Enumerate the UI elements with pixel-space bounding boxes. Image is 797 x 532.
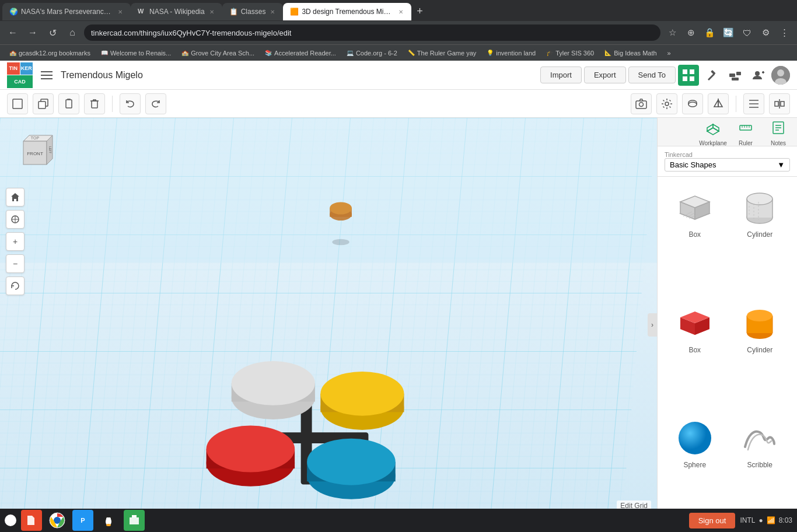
tab-bar: 🌍 NASA's Mars Perseverance Rove... ✕ W N…: [0, 0, 797, 21]
bookmark-favicon-3: 🏫: [181, 50, 188, 56]
build-mode-button[interactable]: [701, 65, 722, 86]
bookmark-favicon-1: 🏫: [9, 50, 16, 56]
shape-item-box-outline[interactable]: Box: [665, 184, 725, 295]
extension-icon-1[interactable]: ⊕: [683, 24, 699, 41]
grid-view-button[interactable]: [678, 65, 699, 86]
bookmark-ruler[interactable]: 📏 The Ruler Game yay: [403, 47, 481, 60]
svg-line-29: [663, 100, 665, 101]
taskbar-app-files[interactable]: [21, 510, 42, 531]
workplane-label: Workplane: [699, 140, 727, 146]
forward-button[interactable]: →: [25, 24, 41, 41]
hamburger-menu-icon[interactable]: [39, 67, 55, 83]
svg-point-15: [777, 69, 784, 76]
undo-button[interactable]: [120, 93, 141, 114]
import-button[interactable]: Import: [540, 66, 582, 83]
share-button[interactable]: [748, 65, 769, 86]
extension-icon-2[interactable]: 🔒: [701, 24, 718, 41]
ruler-button[interactable]: Ruler: [729, 120, 762, 146]
shape-item-box-solid[interactable]: Box: [665, 299, 725, 410]
taskbar-app-penguin[interactable]: [98, 510, 119, 531]
delete-button[interactable]: [84, 93, 105, 114]
view-cube[interactable]: TOP FRONT LEFT: [12, 130, 58, 176]
tab-nasa-mars[interactable]: 🌍 NASA's Mars Perseverance Rove... ✕: [2, 3, 131, 20]
paste-button[interactable]: [58, 93, 79, 114]
logo-tin: TIN: [7, 62, 20, 75]
svg-line-30: [670, 106, 671, 107]
tab-close-4[interactable]: ✕: [397, 8, 404, 16]
redo-button[interactable]: [145, 93, 166, 114]
address-input[interactable]: [84, 24, 660, 41]
flip-button[interactable]: [769, 93, 790, 114]
tab-tinkercad[interactable]: 🟧 3D design Tremendous Migelo |... ✕: [283, 3, 411, 20]
shape-category-area: Tinkercad Basic Shapes ▼: [658, 146, 797, 177]
blocks-mode-button[interactable]: [725, 65, 746, 86]
align-button[interactable]: [743, 93, 764, 114]
bookmark-ar[interactable]: 📚 Accelerated Reader...: [260, 47, 341, 60]
bookmark-tyler[interactable]: 🎓 Tyler SIS 360: [541, 47, 599, 60]
rotate-view-button[interactable]: [6, 276, 25, 295]
mirror-tool-button[interactable]: [708, 93, 729, 114]
bookmark-more[interactable]: »: [663, 47, 676, 60]
logo-ker: KER: [20, 62, 33, 75]
shape-item-cylinder-solid[interactable]: Cylinder: [730, 299, 791, 410]
light-button[interactable]: [656, 93, 677, 114]
right-panel: Workplane Ruler: [657, 118, 797, 532]
bookmark-gcasdk[interactable]: 🏫 gcasdk12.org bookmarks: [5, 47, 95, 60]
bookmark-codeorg[interactable]: 💻 Code.org - 6-2: [342, 47, 402, 60]
menu-icon[interactable]: ⋮: [776, 24, 792, 41]
svg-point-23: [639, 102, 644, 106]
new-design-button[interactable]: [7, 93, 28, 114]
extension-icon-4[interactable]: 🛡: [739, 24, 755, 41]
tab-close-2[interactable]: ✕: [208, 8, 215, 16]
shape-dropdown[interactable]: Basic Shapes ▼: [665, 158, 790, 172]
tc-topbar: TIN KER CAD Tremendous Migelo Import Exp…: [0, 61, 797, 90]
tab-close-1[interactable]: ✕: [117, 8, 124, 16]
tinkercad-logo[interactable]: TIN KER CAD: [7, 62, 33, 88]
camera-view-button[interactable]: [631, 93, 652, 114]
svg-rect-10: [732, 78, 739, 80]
sign-out-button[interactable]: Sign out: [689, 513, 736, 528]
home-view-button[interactable]: [6, 188, 25, 206]
zoom-in-button[interactable]: +: [6, 232, 25, 251]
svg-rect-5: [683, 76, 687, 81]
shape-tool-button[interactable]: [682, 93, 703, 114]
settings-icon[interactable]: ⚙: [757, 24, 774, 41]
svg-marker-71: [707, 128, 719, 135]
notes-button[interactable]: Notes: [762, 120, 795, 146]
taskbar-app-classroom[interactable]: [124, 510, 145, 531]
copy-button[interactable]: [33, 93, 54, 114]
fit-all-button[interactable]: [6, 210, 25, 229]
taskbar-app-pearson[interactable]: P: [72, 510, 93, 531]
bookmark-renais[interactable]: 📖 Welcome to Renais...: [96, 47, 176, 60]
app-container: TIN KER CAD Tremendous Migelo Import Exp…: [0, 61, 797, 532]
viewport[interactable]: TOP FRONT LEFT + −: [0, 118, 657, 532]
bookmark-grove[interactable]: 🏫 Grove City Area Sch...: [177, 47, 259, 60]
address-bar-row: ← → ↺ ⌂ ☆ ⊕ 🔒 🔄 🛡 ⚙ ⋮: [0, 21, 797, 44]
send-to-button[interactable]: Send To: [628, 66, 676, 83]
reload-button[interactable]: ↺: [44, 24, 61, 41]
bookmark-icon[interactable]: ☆: [664, 24, 680, 41]
rp-icon-row: Workplane Ruler: [658, 118, 797, 146]
taskbar-app-chrome[interactable]: [47, 510, 68, 531]
svg-marker-35: [718, 100, 722, 107]
tab-close-3[interactable]: ✕: [269, 8, 276, 16]
svg-rect-8: [729, 74, 735, 77]
start-button[interactable]: [5, 514, 16, 526]
new-tab-button[interactable]: +: [411, 3, 428, 19]
zoom-out-button[interactable]: −: [6, 254, 25, 273]
grid-svg: [0, 118, 657, 532]
bookmark-bigideas[interactable]: 📐 Big Ideas Math: [600, 47, 661, 60]
bookmark-invention[interactable]: 💡 invention land: [482, 47, 540, 60]
bookmark-favicon-6: 📏: [408, 50, 415, 56]
extension-icon-3[interactable]: 🔄: [720, 24, 736, 41]
back-button[interactable]: ←: [5, 24, 21, 41]
panel-collapse-arrow[interactable]: ›: [648, 313, 657, 337]
user-avatar[interactable]: [771, 66, 790, 85]
shape-item-cylinder-outline[interactable]: Cylinder: [730, 184, 791, 295]
network-icon: ●: [758, 516, 763, 524]
workplane-button[interactable]: Workplane: [697, 120, 729, 146]
home-button[interactable]: ⌂: [64, 24, 81, 41]
tab-classes[interactable]: 📋 Classes ✕: [222, 3, 284, 20]
tab-nasa-wiki[interactable]: W NASA - Wikipedia ✕: [131, 3, 222, 20]
export-button[interactable]: Export: [584, 66, 626, 83]
